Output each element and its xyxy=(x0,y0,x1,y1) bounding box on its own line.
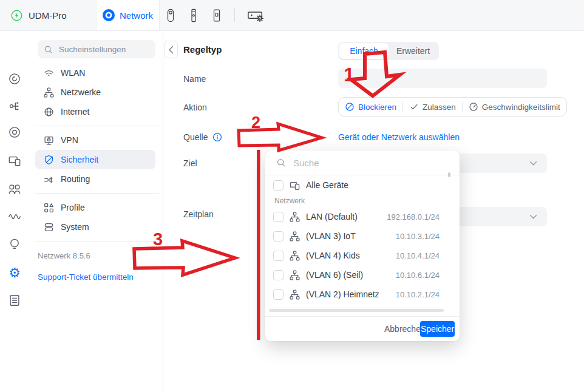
vertical-scrollbar[interactable] xyxy=(448,172,450,177)
sidebar-item-wlan[interactable]: WLAN xyxy=(35,63,155,83)
network-tree-icon xyxy=(290,212,300,222)
horizontal-scrollbar[interactable] xyxy=(269,309,444,312)
name-input[interactable] xyxy=(345,69,542,89)
picker-search[interactable] xyxy=(265,150,460,175)
rule-type-toggle: Einfach Erweitert xyxy=(338,42,439,60)
topology-icon[interactable] xyxy=(0,98,29,114)
select-device-or-network-link[interactable]: Gerät oder Netzwerk auswählen xyxy=(338,132,460,142)
sidebar-item-label: WLAN xyxy=(61,68,85,78)
picker-search-input[interactable] xyxy=(292,157,449,169)
phone-device-icon[interactable] xyxy=(211,7,222,24)
sidebar-item-vpn[interactable]: VPN xyxy=(35,130,155,150)
settings-menu: WLANNetzwerkeInternetVPNSicherheitRoutin… xyxy=(29,63,163,246)
clients-icon[interactable] xyxy=(0,153,29,169)
support-ticket-link[interactable]: Support-Ticket übermitteln xyxy=(38,272,134,282)
system-log-icon[interactable] xyxy=(0,292,29,308)
toggle-simple[interactable]: Einfach xyxy=(339,43,389,59)
back-button[interactable] xyxy=(164,41,178,58)
network-checkbox[interactable] xyxy=(273,212,284,222)
network-row-vlan-2-heimnetz[interactable]: (VLAN 2) Heimnetz10.10.2.1/24 xyxy=(265,285,460,304)
vpn-lock-icon xyxy=(44,135,54,146)
menu-divider xyxy=(35,241,159,242)
name-label: Name xyxy=(183,74,206,84)
settings-search[interactable] xyxy=(38,40,155,58)
rack-device-icon[interactable] xyxy=(188,7,199,24)
chevron-left-icon xyxy=(168,46,174,54)
sidebar-item-profile[interactable]: Profile xyxy=(35,198,155,217)
version-label: Netzwerk 8.5.6 xyxy=(38,251,90,260)
insights-icon[interactable] xyxy=(0,236,29,252)
action-label: Aktion xyxy=(183,103,207,112)
admins-icon[interactable] xyxy=(0,181,29,197)
action-button-group: BlockierenZulassenGeschwindigkeitslimit xyxy=(338,97,567,117)
network-row-vlan-4-kids[interactable]: (VLAN 4) Kids10.10.4.1/24 xyxy=(265,246,460,265)
shield-icon xyxy=(44,155,54,165)
settings-sidebar: WLANNetzwerkeInternetVPNSicherheitRoutin… xyxy=(29,30,163,392)
settings-search-input[interactable] xyxy=(58,44,149,55)
annotation-step-2: 2 xyxy=(251,113,260,132)
console-info[interactable]: UDM-Pro xyxy=(11,0,67,30)
sidebar-item-label: VPN xyxy=(61,135,78,145)
console-settings-icon[interactable] xyxy=(247,7,264,24)
dashboard-icon[interactable] xyxy=(0,71,29,87)
sidebar-item-internet[interactable]: Internet xyxy=(35,102,155,121)
search-icon xyxy=(44,45,53,54)
sidebar-item-routing[interactable]: Routing xyxy=(35,169,155,189)
action-zulassen-button[interactable]: Zulassen xyxy=(403,98,462,116)
sidebar-item-label: Sicherheit xyxy=(61,155,98,164)
camera-device-icon[interactable] xyxy=(165,7,176,24)
action-geschwindigkeitslimit-button[interactable]: Geschwindigkeitslimit xyxy=(463,98,566,116)
globe-icon xyxy=(44,107,54,117)
source-label: Quelle xyxy=(183,132,208,142)
cancel-button[interactable]: Abbrechen xyxy=(384,324,420,334)
network-list: LAN (Default)192.168.0.1/24(VLAN 3) IoT1… xyxy=(265,207,460,304)
all-devices-row[interactable]: Alle Geräte xyxy=(265,177,460,194)
network-name: (VLAN 2) Heimnetz xyxy=(306,289,390,299)
tab-network[interactable]: Network xyxy=(96,0,160,30)
network-checkbox[interactable] xyxy=(273,270,284,280)
network-tree-icon xyxy=(290,289,300,300)
network-checkbox[interactable] xyxy=(273,289,284,300)
sidebar-item-label: Netzwerke xyxy=(61,87,101,97)
action-button-label: Blockieren xyxy=(358,103,396,112)
network-row-vlan-6-seil[interactable]: (VLAN 6) (Seil)10.10.6.1/24 xyxy=(265,265,460,285)
save-button[interactable]: Speichern xyxy=(420,321,455,337)
devices-icon xyxy=(290,180,300,191)
network-row-lan-default[interactable]: LAN (Default)192.168.0.1/24 xyxy=(265,207,460,226)
update-available-icon xyxy=(11,10,22,21)
chevron-down-icon xyxy=(529,161,537,166)
info-icon[interactable] xyxy=(212,132,222,142)
network-subnet: 10.10.2.1/24 xyxy=(396,290,440,299)
network-checkbox[interactable] xyxy=(273,251,284,261)
settings-gear-icon[interactable]: ⚙ xyxy=(0,265,29,281)
sidebar-item-netzwerke[interactable]: Netzwerke xyxy=(35,83,155,102)
unifi-devices-icon[interactable] xyxy=(0,124,29,140)
network-subnet: 10.10.4.1/24 xyxy=(396,251,440,260)
network-checkbox[interactable] xyxy=(273,231,284,242)
annotation-vertical-line xyxy=(257,150,260,340)
network-subnet: 10.10.6.1/24 xyxy=(396,271,440,280)
source-label-row: Quelle xyxy=(183,132,222,142)
toggle-advanced[interactable]: Erweitert xyxy=(389,43,438,59)
radios-icon[interactable] xyxy=(0,209,29,225)
all-devices-checkbox[interactable] xyxy=(273,180,284,191)
sidebar-item-sicherheit[interactable]: Sicherheit xyxy=(35,150,155,169)
action-button-label: Geschwindigkeitslimit xyxy=(482,103,560,112)
source-picker-dropdown: Alle Geräte Netzwerk LAN (Default)192.16… xyxy=(265,150,460,341)
network-name: (VLAN 3) IoT xyxy=(306,231,390,241)
action-blockieren-button[interactable]: Blockieren xyxy=(339,98,402,116)
tab-network-label: Network xyxy=(120,10,153,21)
annotation-arrow-right-2 xyxy=(239,124,322,150)
network-subnet: 192.168.0.1/24 xyxy=(387,212,440,221)
name-field[interactable] xyxy=(338,69,547,88)
network-row-vlan-3-iot[interactable]: (VLAN 3) IoT10.10.3.1/24 xyxy=(265,226,460,246)
network-app-icon xyxy=(103,9,115,21)
chevron-down-icon xyxy=(529,214,537,220)
sidebar-item-label: Routing xyxy=(61,174,90,184)
network-tree-icon xyxy=(44,87,54,98)
shapes-icon xyxy=(44,203,54,213)
network-tree-icon xyxy=(290,231,300,242)
action-button-label: Zulassen xyxy=(423,103,456,112)
sidebar-item-system[interactable]: System xyxy=(35,217,155,237)
sidebar-item-label: Profile xyxy=(61,203,85,212)
